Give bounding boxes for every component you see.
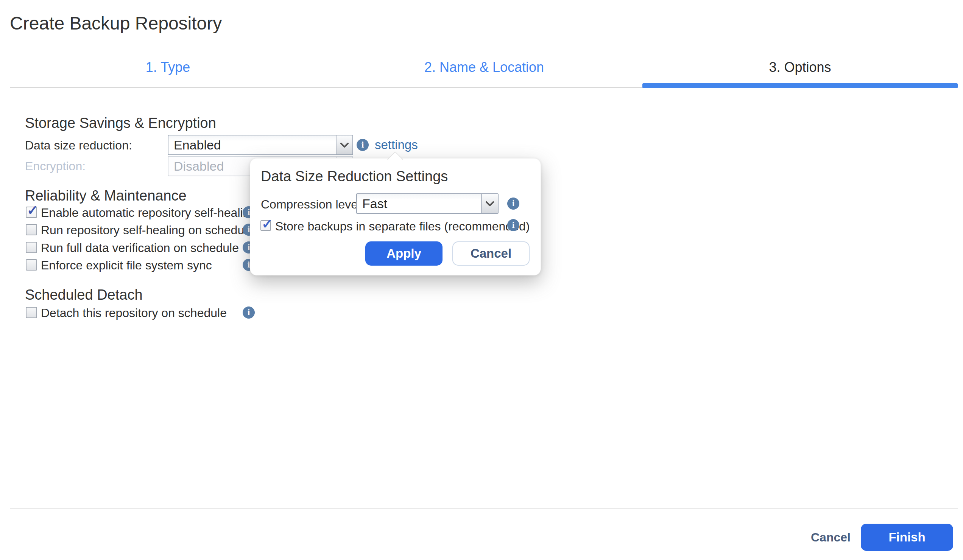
- encryption-value: Disabled: [174, 157, 224, 176]
- section-heading-storage: Storage Savings & Encryption: [25, 115, 216, 131]
- info-icon[interactable]: i: [507, 197, 519, 210]
- check-icon: ✓: [261, 217, 273, 231]
- tab-name-location[interactable]: 2. Name & Location: [326, 59, 642, 76]
- data-size-reduction-select[interactable]: Enabled: [168, 135, 353, 155]
- checkbox-self-healing-schedule[interactable]: [26, 224, 37, 235]
- checkbox-auto-self-healing[interactable]: ✓: [26, 207, 37, 218]
- section-heading-detach: Scheduled Detach: [25, 287, 143, 303]
- settings-link[interactable]: settings: [375, 138, 418, 152]
- checkbox-label: Store backups in separate files (recomme…: [275, 220, 530, 233]
- checkbox-label: Enforce explicit file system sync: [41, 259, 212, 272]
- check-icon: ✓: [27, 204, 38, 217]
- chevron-down-icon: [336, 136, 352, 154]
- data-size-reduction-settings-popup: Data Size Reduction Settings Compression…: [250, 158, 541, 275]
- checkbox-data-verification-schedule[interactable]: [26, 242, 37, 253]
- tab-options[interactable]: 3. Options: [642, 59, 958, 76]
- encryption-label: Encryption:: [25, 159, 86, 173]
- apply-button[interactable]: Apply: [365, 241, 443, 265]
- page-title: Create Backup Repository: [10, 13, 222, 34]
- info-icon[interactable]: i: [357, 139, 369, 151]
- chevron-down-icon: [481, 194, 498, 213]
- compression-level-value: Fast: [362, 194, 387, 213]
- finish-button[interactable]: Finish: [861, 524, 953, 551]
- compression-level-label: Compression level:: [261, 197, 364, 212]
- data-size-reduction-value: Enabled: [174, 136, 221, 154]
- section-heading-reliability: Reliability & Maintenance: [25, 188, 186, 204]
- checkbox-label: Enable automatic repository self-healing: [41, 206, 256, 220]
- popup-caret-icon: [387, 151, 403, 167]
- info-icon[interactable]: i: [243, 306, 255, 319]
- checkbox-label: Run repository self-healing on schedule: [41, 223, 254, 237]
- checkbox-detach-on-schedule[interactable]: [26, 307, 37, 318]
- checkbox-explicit-fs-sync[interactable]: [26, 259, 37, 270]
- checkbox-label: Detach this repository on schedule: [41, 306, 227, 320]
- active-tab-indicator: [642, 83, 958, 88]
- compression-level-select[interactable]: Fast: [356, 193, 499, 214]
- cancel-button[interactable]: Cancel: [811, 531, 851, 544]
- popup-cancel-button[interactable]: Cancel: [452, 241, 530, 265]
- info-icon[interactable]: i: [507, 219, 519, 231]
- checkbox-label: Run full data verification on schedule: [41, 241, 239, 255]
- footer-divider: [10, 508, 958, 508]
- popup-title: Data Size Reduction Settings: [261, 168, 448, 185]
- data-size-reduction-label: Data size reduction:: [25, 139, 132, 152]
- create-backup-repository-wizard: Create Backup Repository 1. Type 2. Name…: [0, 0, 963, 560]
- checkbox-separate-files[interactable]: ✓: [261, 220, 271, 231]
- tab-type[interactable]: 1. Type: [10, 59, 326, 76]
